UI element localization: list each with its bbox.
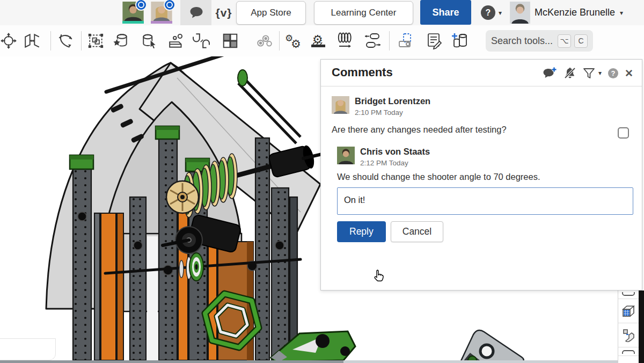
model-side-plate bbox=[460, 330, 524, 363]
cancel-button[interactable]: Cancel bbox=[391, 221, 443, 242]
comment-timestamp: 2:12 PM Today bbox=[360, 159, 430, 167]
reply-button[interactable]: Reply bbox=[337, 221, 386, 242]
section-view-button[interactable] bbox=[618, 323, 639, 347]
option-keycap: ⌥ bbox=[558, 34, 571, 48]
tool-group[interactable] bbox=[219, 29, 241, 53]
presence-color-bar bbox=[151, 21, 172, 24]
user-name-label: McKenzie Brunelle bbox=[535, 7, 615, 18]
help-caret-icon[interactable]: ▾ bbox=[499, 9, 502, 17]
tool-pan-rotate[interactable] bbox=[0, 29, 19, 53]
svg-text:⚙: ⚙ bbox=[312, 33, 323, 46]
view-tool-partial-bottom[interactable] bbox=[618, 347, 639, 356]
tool-select-part[interactable] bbox=[139, 29, 160, 53]
comment-author: Bridget Lorentzen bbox=[355, 96, 430, 106]
comment-avatar bbox=[337, 147, 355, 164]
onshape-window: {v} App Store Learning Center Share ? ▾ … bbox=[0, 0, 644, 363]
tool-mate[interactable] bbox=[191, 29, 212, 53]
presence-color-bar bbox=[122, 21, 144, 24]
avatar-photo bbox=[510, 2, 530, 24]
tool-mirror[interactable] bbox=[21, 29, 43, 53]
top-bar: {v} App Store Learning Center Share ? ▾ … bbox=[0, 0, 644, 26]
svg-text:⚙: ⚙ bbox=[291, 38, 301, 50]
notifications-off-icon[interactable] bbox=[564, 67, 576, 79]
toolbar-divider bbox=[50, 31, 51, 50]
toolbar-divider bbox=[81, 31, 82, 50]
tool-create-version[interactable] bbox=[109, 29, 131, 53]
search-tools-input[interactable]: Search tools... ⌥ C bbox=[486, 30, 593, 52]
bottom-left-panel-corner bbox=[0, 338, 56, 360]
comment-text: Are there any changes needed after testi… bbox=[332, 125, 630, 135]
app-store-button[interactable]: App Store bbox=[236, 1, 306, 25]
toolbar-divider bbox=[389, 31, 390, 50]
comment-text: We should change the shooter angle to 70… bbox=[337, 172, 630, 182]
tool-edit-in-context[interactable] bbox=[396, 29, 418, 53]
toolbar-divider bbox=[279, 31, 280, 50]
assembly-toolbar: ⚙ ⚙ ⚙ bbox=[0, 25, 644, 57]
tool-insert[interactable] bbox=[166, 29, 187, 53]
comments-title: Comments bbox=[332, 66, 393, 79]
comment-author: Chris von Staats bbox=[360, 147, 430, 157]
search-placeholder: Search tools... bbox=[491, 35, 554, 47]
tool-bill-of-materials[interactable] bbox=[423, 29, 445, 53]
user-menu-caret-icon: ▾ bbox=[620, 9, 623, 17]
share-button[interactable]: Share bbox=[420, 0, 471, 25]
comment-timestamp: 2:10 PM Today bbox=[355, 108, 430, 117]
tool-cylindrical-mate[interactable] bbox=[362, 29, 384, 53]
user-avatar[interactable] bbox=[510, 2, 530, 24]
comments-panel: Comments bbox=[320, 59, 642, 291]
collaborator-avatar-1[interactable] bbox=[122, 2, 144, 24]
close-panel-icon[interactable]: ✕ bbox=[625, 67, 633, 79]
view-tools-strip bbox=[618, 291, 639, 363]
panel-help-icon[interactable]: ? bbox=[608, 68, 618, 78]
tool-rack-and-pinion[interactable]: ⚙ bbox=[308, 29, 329, 53]
comments-toggle-button[interactable] bbox=[180, 0, 211, 25]
screen-edge bbox=[639, 291, 644, 363]
new-comment-icon[interactable] bbox=[543, 67, 557, 79]
learning-center-button[interactable]: Learning Center bbox=[314, 1, 413, 25]
view-cube-button[interactable] bbox=[618, 299, 639, 323]
tool-transform[interactable] bbox=[55, 29, 76, 53]
help-menu-button[interactable]: ? bbox=[481, 5, 495, 20]
tool-mate-connector[interactable] bbox=[254, 29, 275, 53]
view-tool-partial[interactable] bbox=[618, 291, 639, 299]
tool-insert-part[interactable] bbox=[449, 29, 471, 53]
comment-reply: Chris von Staats 2:12 PM Today We should… bbox=[337, 147, 630, 242]
comments-panel-header: Comments bbox=[321, 60, 642, 86]
comment-avatar bbox=[332, 96, 349, 114]
comments-panel-body: Bridget Lorentzen 2:10 PM Today Are ther… bbox=[321, 86, 642, 242]
tool-spring[interactable] bbox=[334, 29, 356, 53]
onshape-badge-icon bbox=[135, 0, 147, 11]
onshape-badge-icon bbox=[164, 0, 175, 11]
resolve-checkbox[interactable] bbox=[618, 127, 629, 139]
tool-edit-pattern[interactable] bbox=[85, 29, 107, 53]
c-keycap: C bbox=[574, 34, 588, 48]
user-menu[interactable]: McKenzie Brunelle ▾ bbox=[535, 0, 623, 25]
filter-icon[interactable] bbox=[583, 68, 595, 79]
comment-item: Bridget Lorentzen 2:10 PM Today bbox=[332, 96, 630, 117]
chat-bubble-icon bbox=[189, 6, 203, 19]
collaborator-avatar-2[interactable] bbox=[151, 2, 172, 24]
tool-gear-relation[interactable]: ⚙ ⚙ bbox=[282, 29, 304, 53]
featurescript-icon[interactable]: {v} bbox=[211, 0, 236, 25]
filter-caret-icon[interactable]: ▾ bbox=[598, 69, 602, 77]
reply-input[interactable]: On it! bbox=[337, 187, 633, 215]
